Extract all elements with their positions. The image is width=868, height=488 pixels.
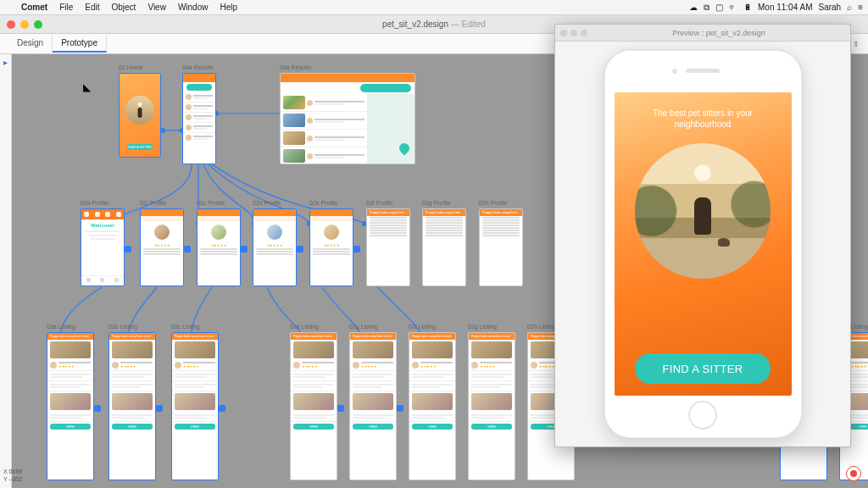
artboard-label: 02e Profile [309,200,337,206]
connection-handle[interactable] [94,405,101,412]
artboard-label: 02a Profile [81,200,108,206]
canvas-coordinates: X 0699Y –002 [3,469,22,483]
cursor-icon: ◣ [83,81,91,93]
hero-image [635,143,771,279]
artboard-label: 01 Home [119,64,142,70]
cloud-icon: ☁ [689,3,698,12]
display-icon: ⧉ [704,3,709,13]
macos-menubar: Comet File Edit Object View Window Help … [0,0,868,15]
cta-mini: FIND A SITTER [127,144,153,150]
menu-view[interactable]: View [142,3,172,12]
tab-design[interactable]: Design [8,35,53,53]
artboard-profile[interactable]: Poppy looks away from music [366,208,410,286]
user-name[interactable]: Sarah [818,3,841,12]
artboard-label: 02h Listing [527,324,556,330]
connection-handle[interactable] [397,405,403,412]
connection-handle[interactable] [297,246,303,252]
connection-handle[interactable] [241,246,248,252]
document-edited: — Edited [451,19,486,29]
artboard-label: 02b Listing [108,324,137,330]
artboard-listing[interactable]: Poppy looks away from music★★★★★VIEW [108,332,156,480]
artboard-profile[interactable]: …★★★★★ [309,208,353,286]
connection-handle[interactable] [353,246,360,252]
menu-window[interactable]: Window [172,3,214,12]
menu-file[interactable]: File [53,3,79,12]
pointer-tool[interactable]: ▸ [3,58,8,67]
preview-max[interactable] [581,30,587,36]
document-title: pet_sit_v2.design [382,19,448,29]
artboard-profile[interactable]: Welcome! [81,208,125,286]
preview-close[interactable] [560,30,567,36]
artboard-listing[interactable]: Poppy looks away from music★★★★★VIEW [171,332,219,480]
preview-window[interactable]: Preview : pet_sit_v2.design The best pet… [554,24,851,447]
artboard-listing[interactable]: Poppy looks away from music★★★★★VIEW [349,332,397,480]
artboard-label: 02i Profile [140,200,166,206]
phone-earpiece [686,69,720,73]
preview-min[interactable] [570,30,577,36]
phone-camera [672,69,677,74]
artboard-label: 02f Profile [366,200,393,206]
tool-strip: ▸ [0,54,12,488]
menu-help[interactable]: Help [214,3,243,12]
home-button-icon[interactable] [688,401,717,430]
app-name[interactable]: Comet [15,3,53,12]
wifi-icon: ᯤ [729,3,737,12]
connection-handle[interactable] [125,246,131,252]
artboard-label: 02e Listing [290,324,319,330]
preview-title: Preview : pet_sit_v2.design [587,29,850,37]
artboard-label: 02g Listing [468,324,497,330]
artboard-label: 02d Profile [253,200,281,206]
clock: Mon 11:04 AM [758,3,812,12]
find-sitter-button[interactable]: FIND A SITTER [635,353,771,384]
artboard-label: 04a Results [182,64,214,70]
share-button[interactable]: ⇪ [853,40,860,48]
menu-extra-icon[interactable]: ≡ [858,3,863,12]
battery-icon: 🔋︎ [743,3,752,12]
artboard-profile[interactable]: …★★★★★ [140,208,184,286]
artboard-label: 02c Listing [171,324,199,330]
device-frame: The best pet sitters in your neighbourho… [604,49,803,439]
menu-object[interactable]: Object [105,3,142,12]
artboard-listing[interactable]: Poppy looks away from music★★★★★VIEW [409,332,456,480]
connection-handle[interactable] [184,246,191,252]
menu-edit[interactable]: Edit [79,3,105,12]
connection-handle[interactable] [337,405,344,412]
artboard-label: 02h Profile [479,200,507,206]
artboard-label: 02g Listing [349,324,378,330]
artboard-profile[interactable]: Poppy looks away from music [422,208,466,286]
hero-tagline: The best pet sitters in your neighbourho… [626,108,780,130]
artboard-home[interactable]: FIND A SITTER [119,73,161,158]
artboard-label: 02g Profile [422,200,450,206]
artboard-label: 04a Results [280,64,311,70]
connection-handle[interactable] [219,405,225,412]
artboard-profile[interactable]: Poppy looks away from music [479,208,523,286]
spotlight-icon[interactable]: ⌕ [847,3,852,12]
artboard-label: 02c Profile [197,200,225,206]
artboard-label: 02f Listing [409,324,436,330]
airplay-icon: ▢ [715,3,723,12]
artboard-listing[interactable]: Poppy looks away from music★★★★★VIEW [290,332,337,480]
artboard-profile[interactable]: …★★★★★ [253,208,297,286]
artboard-results-narrow[interactable] [182,73,216,164]
preview-stage: The best pet sitters in your neighbourho… [555,42,850,446]
status-icons: ☁ ⧉ ▢ ᯤ 🔋︎ Mon 11:04 AM Sarah ⌕ ≡ [689,3,868,13]
artboard-listing[interactable]: Poppy looks away from music★★★★★VIEW [47,332,94,480]
tab-prototype[interactable]: Prototype [53,35,107,53]
artboard-profile[interactable]: …★★★★★ [197,208,241,286]
artboard-label: 02a Listing [47,324,75,330]
connection-handle[interactable] [156,405,163,412]
preview-titlebar[interactable]: Preview : pet_sit_v2.design [555,25,850,42]
record-indicator-icon [846,466,861,481]
artboard-results-wide[interactable] [280,73,415,164]
preview-screen[interactable]: The best pet sitters in your neighbourho… [615,92,792,396]
artboard-listing[interactable]: Poppy looks away from music★★★★★VIEW [468,332,515,480]
